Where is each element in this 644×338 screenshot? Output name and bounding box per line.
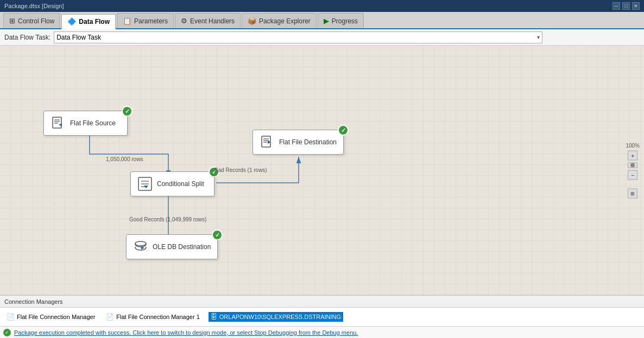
flat-file-source-check: ✓ xyxy=(122,106,132,117)
conditional-split-node[interactable]: Conditional Split ✓ xyxy=(130,171,214,196)
ole-db-cm-icon: 🗄 xyxy=(211,313,217,321)
tab-event-handlers[interactable]: ⚙ Event Handlers xyxy=(175,13,241,28)
tab-progress[interactable]: ▶ Progress xyxy=(318,13,364,28)
status-success-icon: ✓ xyxy=(3,329,11,336)
progress-icon: ▶ xyxy=(324,17,329,25)
control-flow-icon: ⊞ xyxy=(9,17,15,25)
svg-rect-1 xyxy=(53,117,61,128)
ole-db-destination-check: ✓ xyxy=(212,229,223,240)
connection-managers-header: Connection Managers xyxy=(0,296,644,308)
tab-data-flow[interactable]: 🔷 Data Flow xyxy=(61,14,116,29)
flat-file-source-icon xyxy=(50,116,66,131)
fit-canvas-button[interactable]: ⊞ xyxy=(628,188,637,198)
connection-managers-panel: Connection Managers 📄 Flat File Connecti… xyxy=(0,295,644,326)
flat-file-cm-label: Flat File Connection Manager xyxy=(17,314,95,320)
flat-file-cm-1-label: Flat File Connection Manager 1 xyxy=(116,314,199,320)
design-canvas[interactable]: Flat File Source ✓ Conditional Split ✓ xyxy=(0,46,644,295)
ole-db-destination-icon xyxy=(133,239,148,254)
minimize-button[interactable]: ─ xyxy=(613,2,620,10)
flow-label-bad-records: Bad Records (1 rows) xyxy=(214,167,267,173)
content-area: Flat File Source ✓ Conditional Split ✓ xyxy=(0,46,644,338)
dropdown-arrow-icon: ▾ xyxy=(537,34,540,40)
dataflow-task-value: Data Flow Task xyxy=(56,34,101,41)
flat-file-destination-label: Flat File Destination xyxy=(279,138,337,146)
restore-button[interactable]: □ xyxy=(622,2,630,10)
flat-file-source-node[interactable]: Flat File Source ✓ xyxy=(43,111,128,136)
svg-point-16 xyxy=(135,241,146,246)
flat-file-destination-icon xyxy=(260,135,275,150)
conditional-split-icon xyxy=(137,176,153,192)
zoom-out-button[interactable]: − xyxy=(628,170,637,180)
status-bar: ✓ Package execution completed with succe… xyxy=(0,326,644,338)
event-handlers-icon: ⚙ xyxy=(181,17,187,25)
flat-file-cm-icon: 📄 xyxy=(7,313,15,321)
ole-db-destination-node[interactable]: OLE DB Destination ✓ xyxy=(126,234,218,259)
conditional-split-label: Conditional Split xyxy=(157,180,204,188)
svg-marker-5 xyxy=(59,123,62,126)
flow-arrows xyxy=(0,46,644,295)
zoom-level: 100% xyxy=(626,142,640,148)
title-bar: Package.dtsx [Design] ─ □ ✕ xyxy=(0,0,644,12)
tab-control-flow[interactable]: ⊞ Control Flow xyxy=(3,13,60,28)
title-bar-title: Package.dtsx [Design] xyxy=(4,3,64,9)
flow-label-rows1: 1,050,000 rows xyxy=(106,156,143,162)
connection-manager-flat-file[interactable]: 📄 Flat File Connection Manager xyxy=(4,312,97,322)
dataflow-task-dropdown[interactable]: Data Flow Task ▾ xyxy=(54,31,542,43)
toolbar: Data Flow Task: Data Flow Task ▾ xyxy=(0,29,644,46)
connection-manager-ole-db[interactable]: 🗄 ORLAPONW10\SQLEXPRESS.DSTRAINING xyxy=(209,312,343,322)
flat-file-source-label: Flat File Source xyxy=(70,119,116,127)
data-flow-icon: 🔷 xyxy=(67,17,76,25)
tab-package-explorer[interactable]: 📦 Package Explorer xyxy=(242,13,317,28)
package-explorer-icon: 📦 xyxy=(248,17,256,25)
flat-file-destination-node[interactable]: Flat File Destination ✓ xyxy=(252,130,344,155)
zoom-in-button[interactable]: + xyxy=(628,150,637,160)
zoom-controls: 100% + − ⊞ xyxy=(626,142,640,198)
dataflow-task-label: Data Flow Task: xyxy=(4,34,50,41)
tab-parameters[interactable]: 📋 Parameters xyxy=(117,13,174,28)
parameters-icon: 📋 xyxy=(123,17,131,25)
zoom-slider[interactable] xyxy=(628,162,637,168)
connection-manager-flat-file-1[interactable]: 📄 Flat File Connection Manager 1 xyxy=(104,312,201,322)
flat-file-cm-1-icon: 📄 xyxy=(106,313,114,321)
flow-label-good-records: Good Records (1,049,999 rows) xyxy=(129,216,206,222)
connection-managers-items: 📄 Flat File Connection Manager 📄 Flat Fi… xyxy=(0,308,644,326)
ole-db-destination-label: OLE DB Destination xyxy=(153,243,211,251)
flat-file-destination-check: ✓ xyxy=(338,125,349,136)
tab-bar: ⊞ Control Flow 🔷 Data Flow 📋 Parameters … xyxy=(0,12,644,29)
connection-managers-title: Connection Managers xyxy=(4,298,63,305)
status-message[interactable]: Package execution completed with success… xyxy=(14,329,358,336)
ole-db-cm-label: ORLAPONW10\SQLEXPRESS.DSTRAINING xyxy=(219,314,341,320)
close-button[interactable]: ✕ xyxy=(632,2,640,10)
